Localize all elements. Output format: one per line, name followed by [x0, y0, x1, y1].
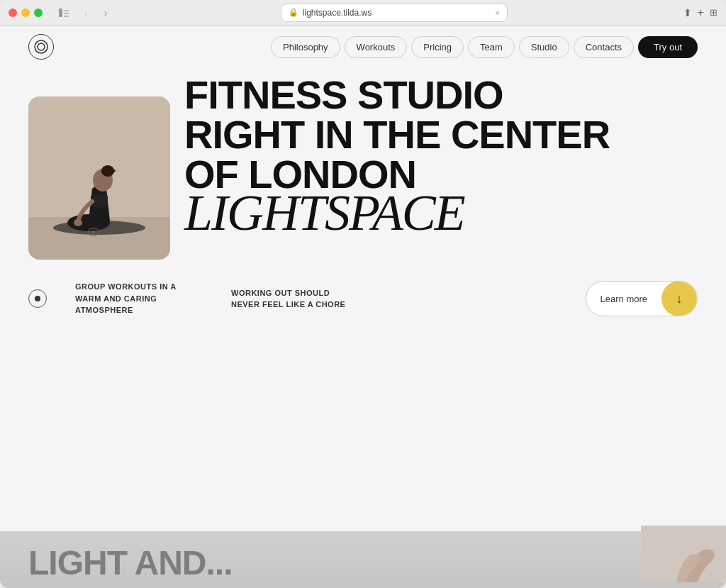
- hero-image: [28, 96, 170, 260]
- main-nav: Philosophy Workouts Pricing Team Studio …: [0, 26, 726, 68]
- svg-rect-1: [64, 10, 69, 11]
- bottom-peek-text: LIGHT AND...: [0, 543, 233, 582]
- learn-more-button[interactable]: Learn more ↓: [586, 281, 698, 316]
- hero-section: FITNESS STUDIO RIGHT IN THE CENTER OF LO…: [0, 68, 726, 531]
- sidebar-toggle-button[interactable]: [54, 6, 74, 20]
- browser-window: ‹ › 🔒 lightspace.tilda.ws × ⬆ + ⊞: [0, 0, 726, 588]
- nav-contacts[interactable]: Contacts: [574, 36, 634, 58]
- bottom-peek-section: LIGHT AND...: [0, 531, 726, 588]
- tagline-1: GROUP WORKOUTS IN A WARM AND CARING ATMO…: [75, 281, 189, 316]
- nav-team[interactable]: Team: [468, 36, 515, 58]
- svg-rect-0: [59, 9, 62, 17]
- hero-headline: FITNESS STUDIO RIGHT IN THE CENTER OF LO…: [184, 75, 610, 238]
- scroll-dot: [35, 296, 40, 301]
- svg-rect-3: [64, 16, 69, 17]
- learn-more-label: Learn more: [586, 294, 661, 304]
- maximize-window-button[interactable]: [34, 9, 43, 17]
- hero-bottom: GROUP WORKOUTS IN A WARM AND CARING ATMO…: [28, 281, 698, 316]
- headline-line1: FITNESS STUDIO: [184, 75, 610, 115]
- svg-point-14: [92, 231, 95, 233]
- website: Philosophy Workouts Pricing Team Studio …: [0, 26, 726, 588]
- new-tab-icon[interactable]: +: [698, 6, 704, 19]
- browser-content: Philosophy Workouts Pricing Team Studio …: [0, 26, 726, 588]
- nav-links: Philosophy Workouts Pricing Team Studio …: [271, 36, 698, 58]
- browser-toolbar-right: ⬆ + ⊞: [683, 6, 717, 19]
- svg-point-5: [38, 43, 45, 50]
- back-button[interactable]: ‹: [78, 5, 94, 21]
- address-bar-container: 🔒 lightspace.tilda.ws ×: [119, 4, 669, 22]
- hero-title-row: FITNESS STUDIO RIGHT IN THE CENTER OF LO…: [28, 75, 698, 260]
- nav-logo[interactable]: [28, 34, 54, 60]
- traffic-lights: [9, 9, 43, 17]
- svg-rect-2: [64, 13, 69, 14]
- learn-more-arrow-icon: ↓: [661, 281, 697, 316]
- grid-icon[interactable]: ⊞: [710, 7, 717, 18]
- scroll-indicator[interactable]: [28, 289, 47, 308]
- address-bar[interactable]: 🔒 lightspace.tilda.ws ×: [281, 4, 508, 22]
- browser-controls: ‹ ›: [54, 5, 113, 21]
- close-window-button[interactable]: [9, 9, 17, 17]
- nav-pricing[interactable]: Pricing: [411, 36, 464, 58]
- brand-name: lightspace: [184, 187, 610, 238]
- nav-studio[interactable]: Studio: [519, 36, 569, 58]
- nav-philosophy[interactable]: Philosophy: [271, 36, 340, 58]
- lock-icon: 🔒: [289, 8, 298, 17]
- svg-point-4: [35, 40, 48, 53]
- nav-tryout-button[interactable]: Try out: [638, 36, 698, 58]
- forward-button[interactable]: ›: [98, 5, 113, 21]
- tab-close-button[interactable]: ×: [495, 9, 499, 17]
- url-text: lightspace.tilda.ws: [303, 8, 372, 18]
- minimize-window-button[interactable]: [21, 9, 30, 17]
- tagline-2: WORKING OUT SHOULD NEVER FEEL LIKE A CHO…: [231, 287, 352, 311]
- headline-line2: RIGHT IN THE CENTER: [184, 115, 610, 155]
- peek-right-image: [641, 526, 726, 582]
- browser-titlebar: ‹ › 🔒 lightspace.tilda.ws × ⬆ + ⊞: [0, 0, 726, 26]
- nav-workouts[interactable]: Workouts: [345, 36, 408, 58]
- share-icon[interactable]: ⬆: [683, 7, 692, 18]
- svg-point-12: [74, 219, 82, 226]
